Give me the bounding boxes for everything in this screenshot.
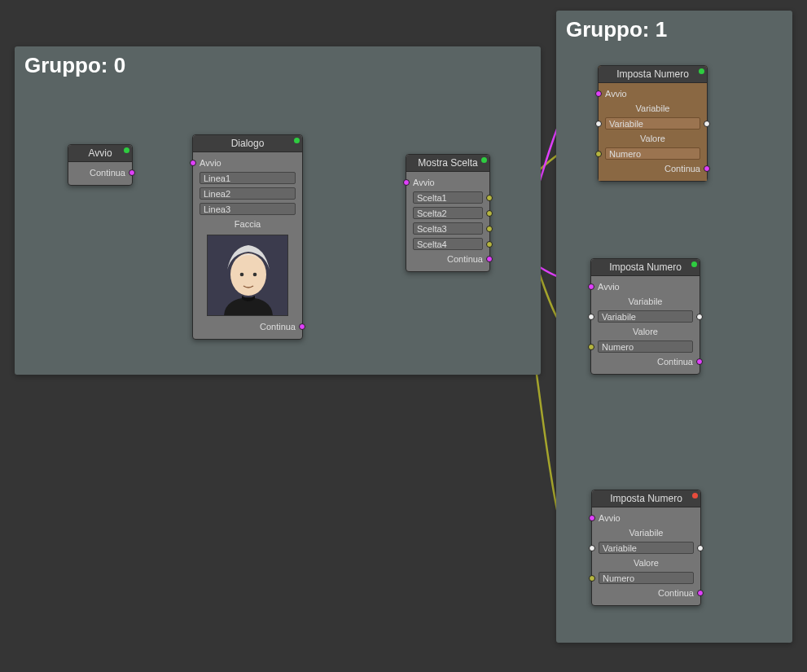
node-body: AvvioScelta1Scelta2Scelta3Scelta4Continu…	[406, 172, 489, 271]
choice-field: Scelta2	[413, 205, 483, 221]
field[interactable]: Scelta1	[413, 191, 483, 204]
port-label: Avvio	[599, 512, 621, 525]
status-dot	[481, 157, 487, 163]
node-body: AvvioVariabileVariabileValoreNumeroConti…	[591, 276, 700, 374]
socket-right[interactable]	[697, 590, 704, 596]
field[interactable]: Numero	[599, 572, 694, 584]
label-text: Valore	[634, 556, 659, 569]
section-label: Variabile	[605, 101, 700, 116]
input-field: Numero	[599, 570, 694, 586]
node-canvas[interactable]: Gruppo: 0 Gruppo: 1 AvvioContinuaDialogo…	[0, 0, 807, 672]
label-text: Valore	[633, 325, 658, 338]
input-field: Linea2	[200, 186, 296, 201]
socket-right[interactable]	[697, 545, 704, 551]
socket-left[interactable]	[190, 160, 196, 166]
port-label: Continua	[90, 166, 125, 179]
port-label: Avvio	[598, 280, 620, 293]
field[interactable]: Linea2	[200, 187, 296, 200]
input-field: Linea3	[200, 201, 296, 217]
socket-left[interactable]	[589, 545, 595, 551]
port-in: Avvio	[605, 86, 700, 101]
field[interactable]: Variabile	[599, 542, 694, 554]
port-out: Continua	[599, 586, 694, 600]
port-label: Continua	[260, 320, 296, 333]
node-mostra[interactable]: Mostra SceltaAvvioScelta1Scelta2Scelta3S…	[406, 154, 490, 272]
group-0-title: Gruppo: 0	[15, 46, 541, 85]
node-imp2[interactable]: Imposta NumeroAvvioVariabileVariabileVal…	[590, 258, 700, 375]
port-label: Avvio	[413, 176, 435, 189]
svg-point-3	[253, 273, 257, 277]
socket-right[interactable]	[486, 226, 493, 232]
node-header[interactable]: Imposta Numero	[591, 259, 700, 276]
port-in: Avvio	[599, 511, 694, 525]
node-imp3[interactable]: Imposta NumeroAvvioVariabileVariabileVal…	[591, 490, 701, 606]
socket-right[interactable]	[299, 323, 305, 330]
port-label: Avvio	[200, 156, 221, 169]
node-imp1[interactable]: Imposta NumeroAvvioVariabileVariabileVal…	[598, 65, 708, 182]
socket-right[interactable]	[486, 241, 493, 248]
node-header[interactable]: Mostra Scelta	[406, 155, 489, 172]
socket-right[interactable]	[704, 165, 710, 172]
section-label: Variabile	[599, 525, 694, 540]
node-header[interactable]: Avvio	[68, 145, 132, 162]
label-text: Valore	[640, 132, 665, 145]
socket-left[interactable]	[588, 283, 594, 290]
status-dot	[294, 138, 300, 143]
node-header[interactable]: Imposta Numero	[599, 66, 707, 83]
socket-left[interactable]	[595, 121, 602, 127]
socket-left[interactable]	[588, 314, 594, 320]
socket-right[interactable]	[486, 210, 493, 217]
port-label: Continua	[658, 586, 694, 600]
label-text: Variabile	[636, 102, 670, 115]
input-field: Numero	[605, 146, 700, 161]
variable-field: Variabile	[599, 540, 694, 556]
socket-right[interactable]	[704, 121, 710, 127]
socket-left[interactable]	[595, 90, 602, 97]
section-label: Valore	[599, 556, 694, 570]
node-dialogo[interactable]: DialogoAvvioLinea1Linea2Linea3Faccia Con…	[192, 134, 303, 340]
port-label: Continua	[664, 162, 700, 175]
socket-right[interactable]	[696, 358, 703, 365]
field[interactable]: Linea3	[200, 203, 296, 215]
choice-field: Scelta3	[413, 221, 483, 236]
socket-right[interactable]	[486, 256, 493, 262]
port-in: Avvio	[413, 175, 483, 190]
port-out: Continua	[605, 161, 700, 176]
field[interactable]: Numero	[605, 147, 700, 160]
node-header[interactable]: Imposta Numero	[592, 490, 700, 507]
port-out: Continua	[200, 319, 296, 334]
node-body: AvvioLinea1Linea2Linea3Faccia Continua	[193, 152, 302, 339]
socket-left[interactable]	[595, 151, 602, 157]
socket-left[interactable]	[589, 515, 595, 521]
field[interactable]: Linea1	[200, 172, 296, 184]
svg-point-2	[240, 273, 244, 277]
input-field: Numero	[598, 339, 693, 354]
status-dot	[692, 493, 698, 499]
port-label: Continua	[657, 355, 693, 368]
field[interactable]: Variabile	[598, 310, 693, 323]
variable-field: Variabile	[598, 309, 693, 324]
status-dot	[699, 68, 704, 74]
input-field: Linea1	[200, 170, 296, 186]
socket-left[interactable]	[588, 344, 594, 350]
socket-left[interactable]	[589, 575, 595, 582]
port-out: Continua	[598, 354, 693, 369]
socket-right[interactable]	[486, 195, 493, 201]
section-label: Variabile	[598, 294, 693, 309]
node-avvio[interactable]: AvvioContinua	[68, 144, 133, 186]
field[interactable]: Variabile	[605, 117, 700, 130]
field[interactable]: Scelta3	[413, 222, 483, 235]
node-body: AvvioVariabileVariabileValoreNumeroConti…	[592, 507, 700, 605]
node-header[interactable]: Dialogo	[193, 135, 302, 152]
field[interactable]: Numero	[598, 340, 693, 353]
variable-field: Variabile	[605, 116, 700, 131]
field[interactable]: Scelta2	[413, 207, 483, 219]
field[interactable]: Scelta4	[413, 238, 483, 250]
socket-right[interactable]	[696, 314, 703, 320]
svg-point-1	[230, 253, 266, 296]
socket-left[interactable]	[403, 179, 410, 186]
port-label: Continua	[447, 253, 483, 266]
label-text: Variabile	[629, 295, 663, 308]
socket-right[interactable]	[129, 169, 135, 176]
port-out: Continua	[413, 252, 483, 266]
